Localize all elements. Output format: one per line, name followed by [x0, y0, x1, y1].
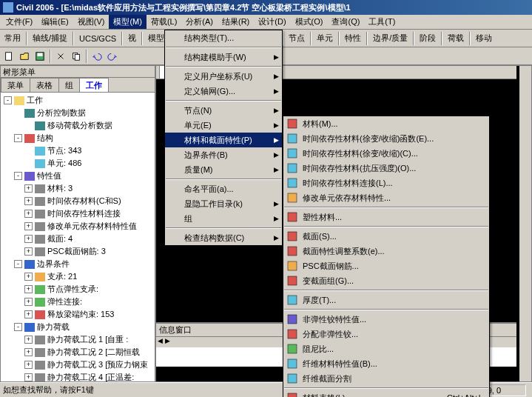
menu-item[interactable]: 变截面组(G)... — [283, 273, 489, 288]
menu-item[interactable]: 检查结构数据(C)▶ — [165, 230, 282, 245]
redo-icon[interactable] — [105, 49, 120, 64]
collapse-icon[interactable]: - — [14, 172, 22, 180]
tree-node[interactable]: +弹性连接: — [2, 296, 153, 308]
collapse-icon[interactable]: - — [4, 96, 12, 104]
menu-item[interactable]: 模式(O) — [291, 15, 328, 29]
expand-icon[interactable]: + — [24, 310, 33, 318]
expand-icon[interactable]: + — [24, 298, 33, 306]
toolbar-tab[interactable]: 节点 — [286, 33, 308, 44]
menu-item[interactable]: 定义轴网(G)...▶ — [165, 84, 282, 99]
menu-item[interactable]: 材料和截面特性(P)▶ — [165, 133, 282, 147]
tree-node[interactable]: +释放梁端约束: 153 — [2, 308, 153, 321]
expand-icon[interactable]: + — [24, 247, 33, 256]
menu-item[interactable]: 工具(T) — [364, 15, 400, 29]
tree-node[interactable]: +静力荷载工况 3 [预应力钢束 — [2, 358, 153, 371]
tree-node[interactable]: +材料: 3 — [2, 182, 153, 195]
save-icon[interactable] — [33, 49, 47, 64]
menu-item[interactable]: 时间依存性材料(徐变/收缩)(C)... — [283, 146, 489, 161]
tree-node[interactable]: +截面: 4 — [2, 233, 153, 245]
menu-item[interactable]: 质量(M)▶ — [165, 162, 282, 177]
toolbar-tab[interactable]: 视 — [125, 33, 139, 44]
toolbar-tab[interactable]: 阶段 — [417, 33, 439, 44]
menu-item[interactable]: 结构类型(T)... — [165, 30, 282, 45]
menu-item[interactable]: 文件(F) — [1, 15, 37, 29]
tree-node[interactable]: +静力荷载工况 4 [正温差: — [2, 371, 153, 381]
toolbar-tab[interactable]: 轴线/捕捉 — [30, 33, 70, 44]
tree-tab[interactable]: 菜单 — [1, 78, 30, 92]
menu-item[interactable]: 材料(M)... — [283, 116, 489, 131]
menu-item[interactable]: 非弹性铰特性值... — [283, 312, 489, 327]
toolbar-tab[interactable]: 边界/质量 — [370, 33, 411, 44]
new-icon[interactable] — [1, 49, 16, 64]
menu-item[interactable]: 模型(M) — [109, 15, 147, 29]
tree-view[interactable]: -工作分析控制数据移动荷载分析数据-结构节点: 343单元: 486-特性值+材… — [1, 93, 155, 381]
tree-tab[interactable]: 工作 — [79, 78, 109, 92]
tree-tab[interactable]: 表格 — [30, 78, 59, 92]
menu-item[interactable]: 定义用户坐标系(U)▶ — [165, 69, 282, 84]
tree-node[interactable]: +修改单元依存材料特性值 — [2, 220, 153, 233]
menu-item[interactable]: 修改单元依存材料特性... — [283, 190, 489, 205]
menu-item[interactable]: 阻尼比... — [283, 341, 489, 356]
menu-item[interactable]: 截面(S)... — [283, 229, 489, 244]
menu-item[interactable]: 分析(A) — [181, 15, 218, 29]
tree-node[interactable]: +静力荷载工况 1 [自重 : — [2, 333, 153, 346]
undo-icon[interactable] — [90, 49, 104, 64]
tree-node[interactable]: -结构 — [2, 132, 153, 144]
model-menu[interactable]: 结构类型(T)...结构建模助手(W)▶定义用户坐标系(U)▶定义轴网(G)..… — [164, 30, 283, 246]
expand-icon[interactable]: + — [24, 361, 33, 369]
expand-icon[interactable]: + — [24, 348, 33, 356]
collapse-icon[interactable]: - — [14, 260, 22, 268]
menu-item[interactable]: 厚度(T)... — [283, 293, 489, 307]
menu-item[interactable]: 设计(D) — [254, 15, 290, 29]
material-section-submenu[interactable]: 材料(M)...时间依存性材料(徐变/收缩)函数(E)...时间依存性材料(徐变… — [283, 116, 490, 397]
menu-item[interactable]: 纤维截面分割 — [283, 371, 489, 386]
tree-node[interactable]: -工作 — [2, 94, 153, 107]
menu-item[interactable]: 节点(N)▶ — [165, 103, 282, 118]
toolbar-tab[interactable]: 特性 — [342, 33, 364, 44]
toolbar-tab[interactable]: UCS/GCS — [76, 34, 119, 43]
menu-item[interactable]: 材料表格(L)...Ctrl+Alt+L — [283, 390, 489, 397]
tree-node[interactable]: -特性值 — [2, 170, 153, 182]
toolbar-tab[interactable]: 常用 — [1, 33, 24, 44]
menu-item[interactable]: 边界条件(B)▶ — [165, 147, 282, 162]
expand-icon[interactable]: + — [24, 373, 33, 381]
tree-node[interactable]: 移动荷载分析数据 — [2, 119, 153, 132]
tree-node[interactable]: 分析控制数据 — [2, 107, 153, 119]
tree-node[interactable]: +PSC截面钢筋: 3 — [2, 245, 153, 258]
menu-item[interactable]: 荷载(L) — [147, 15, 181, 29]
expand-icon[interactable]: + — [24, 197, 33, 205]
menu-item[interactable]: 命名平面(a)... — [165, 181, 282, 196]
tree-node[interactable]: 节点: 343 — [2, 144, 153, 157]
toolbar-tab[interactable]: 移动 — [473, 33, 495, 44]
menu-item[interactable]: 塑性材料... — [283, 210, 489, 224]
expand-icon[interactable]: + — [24, 336, 33, 344]
expand-icon[interactable]: + — [24, 235, 33, 243]
expand-icon[interactable]: + — [24, 273, 33, 281]
menu-item[interactable]: 编辑(E) — [37, 15, 73, 29]
cut-icon[interactable] — [53, 49, 68, 64]
tree-node[interactable]: +支承: 21 — [2, 270, 153, 283]
tree-node[interactable]: +静力荷载工况 2 [二期恒载 — [2, 346, 153, 358]
collapse-icon[interactable]: - — [14, 323, 22, 331]
tree-tab[interactable]: 组 — [58, 78, 80, 92]
menu-item[interactable]: 查询(Q) — [327, 15, 364, 29]
collapse-icon[interactable]: - — [14, 134, 22, 142]
expand-icon[interactable]: + — [24, 222, 33, 230]
menu-item[interactable]: 结构建模助手(W)▶ — [165, 50, 282, 64]
menu-item[interactable]: 时间依存性材料(抗压强度)(O)... — [283, 161, 489, 176]
menu-item[interactable]: 时间依存性材料连接(L)... — [283, 176, 489, 190]
menu-item[interactable]: 单元(E)▶ — [165, 118, 282, 133]
viewport-scrollbar[interactable] — [519, 66, 531, 381]
menu-item[interactable]: 纤维材料特性值(B)... — [283, 356, 489, 371]
open-icon[interactable] — [17, 49, 32, 64]
tree-node[interactable]: -静力荷载 — [2, 321, 153, 333]
tree-node[interactable]: +时间依存性材料连接 — [2, 207, 153, 220]
expand-icon[interactable]: + — [24, 184, 33, 193]
menu-item[interactable]: PSC截面钢筋... — [283, 258, 489, 273]
tree-node[interactable]: +时间依存材料(C和S) — [2, 195, 153, 207]
toolbar-tab[interactable]: 荷载 — [445, 33, 467, 44]
copy-icon[interactable] — [69, 49, 84, 64]
menu-item[interactable]: 组▶ — [165, 211, 282, 226]
tree-node[interactable]: -边界条件 — [2, 258, 153, 270]
menu-item[interactable]: 分配非弹性铰... — [283, 327, 489, 341]
